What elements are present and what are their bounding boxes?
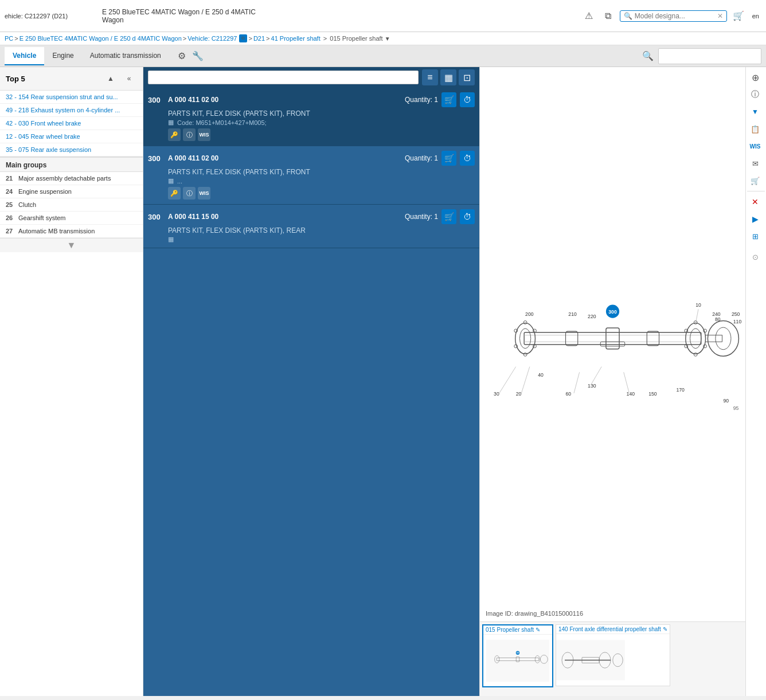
doc-icon[interactable]: 📋 [747, 121, 763, 137]
parts-list-header: ≡ ▦ ⊡ [143, 67, 479, 88]
part-code-text-2: ... [177, 178, 182, 185]
part-pos-2: 300 [148, 154, 168, 163]
part-cart-btn-3[interactable]: 🛒 [441, 209, 456, 224]
bc-model[interactable]: E 250 BlueTEC 4MATIC Wagon / E 250 d 4MA… [19, 35, 182, 42]
tab-icon-1[interactable]: ⚙ [174, 48, 190, 64]
copy-icon[interactable]: ⧉ [600, 8, 616, 24]
part-clock-btn-1[interactable]: ⏱ [460, 92, 475, 107]
part-pos-3: 300 [148, 213, 168, 221]
propeller-shaft-diagram: 300 30 20 40 60 130 140 150 170 200 210 … [480, 253, 745, 436]
inline-search-input[interactable] [658, 48, 761, 64]
breadcrumb: PC > E 250 BlueTEC 4MATIC Wagon / E 250 … [0, 32, 766, 45]
part-cart-btn-1[interactable]: 🛒 [441, 92, 456, 107]
expand-blue-icon[interactable]: ▶ [747, 211, 763, 227]
main-groups-label: Main groups [0, 157, 143, 172]
part-detail-icon-1[interactable]: ⓘ [183, 128, 196, 141]
bc-sep2: > [183, 35, 186, 42]
clear-search-icon[interactable]: ✕ [717, 12, 723, 20]
thumbnail-label-2: 140 Front axle differential propeller sh… [556, 625, 670, 634]
part-detail-icon-2[interactable]: ⓘ [183, 187, 196, 200]
wis-icon[interactable]: WIS [747, 138, 763, 154]
zoom-in-icon[interactable]: ⊕ [747, 69, 763, 85]
cart-header-icon[interactable]: 🛒 [730, 8, 747, 24]
group-item-21[interactable]: 21 Major assembly detachable parts [0, 172, 143, 185]
bc-dropdown-icon[interactable]: ▼ [385, 36, 390, 42]
warning-icon[interactable]: ⚠ [581, 8, 597, 24]
top5-section: Top 5 ▲ « 32 - 154 Rear suspension strut… [0, 67, 143, 157]
cart-diagram-icon[interactable]: 🛒 [747, 173, 763, 189]
part-wis-icon-2[interactable]: WIS [198, 187, 210, 200]
group-item-24[interactable]: 24 Engine suspension [0, 185, 143, 198]
group-num-26: 26 [6, 214, 18, 221]
part-info-icon-2[interactable]: 🔑 [168, 187, 181, 200]
top5-item-5[interactable]: 35 - 075 Rear axle suspension [0, 143, 143, 157]
thumbnail-img-1[interactable]: 300 [483, 635, 552, 686]
part-table-icon-3: ▦ [168, 236, 174, 243]
part-item-1[interactable]: 300 A 000 411 02 00 Quantity: 1 🛒 ⏱ PART… [143, 88, 479, 146]
zoom-circle-icon[interactable]: ⊙ [747, 249, 763, 265]
part-item-3[interactable]: 300 A 000 411 15 00 Quantity: 1 🛒 ⏱ PART… [143, 205, 479, 248]
group-num-25: 25 [6, 201, 18, 208]
list-view-icon[interactable]: ≡ [422, 69, 438, 85]
scroll-indicator[interactable]: ▼ [0, 238, 143, 252]
thumbnail-propeller[interactable]: 015 Propeller shaft ✎ 300 [482, 624, 553, 687]
thumbnail-edit-icon-2[interactable]: ✎ [663, 626, 667, 632]
filter-icon[interactable]: ▼ [747, 104, 763, 120]
part-clock-btn-3[interactable]: ⏱ [460, 209, 475, 224]
part-info-icon-1[interactable]: 🔑 [168, 128, 181, 141]
group-num-24: 24 [6, 188, 18, 195]
close-panel-icon[interactable]: ✕ [747, 194, 763, 210]
expand-blue2-icon[interactable]: ⊞ [747, 228, 763, 244]
group-item-27[interactable]: 27 Automatic MB transmission [0, 225, 143, 238]
thumbnail-front-axle[interactable]: 140 Front axle differential propeller sh… [556, 624, 670, 686]
group-label-26: Gearshift system [18, 214, 66, 221]
parts-search-input[interactable] [148, 71, 419, 84]
top5-collapse-icon[interactable]: ▲ [103, 71, 119, 87]
bc-vehicle[interactable]: Vehicle: C212297 [187, 35, 237, 42]
bc-propeller[interactable]: 41 Propeller shaft [271, 35, 321, 42]
part-qty-2: Quantity: 1 [405, 154, 438, 162]
thumbnail-img-2[interactable] [556, 634, 625, 686]
lang-button[interactable]: en [750, 11, 761, 21]
svg-text:95: 95 [733, 405, 739, 410]
bc-sep4: > [266, 35, 269, 42]
diagram-panel: ⊕ ⓘ ▼ 📋 WIS ✉ 🛒 ✕ ▶ ⊞ ⊙ [479, 67, 766, 696]
part-clock-btn-2[interactable]: ⏱ [460, 151, 475, 166]
thumbnail-edit-icon-1[interactable]: ✎ [536, 627, 540, 633]
group-num-21: 21 [6, 175, 18, 182]
part-meta-3: ▦ [168, 236, 475, 243]
tab-icon-2[interactable]: 🔧 [190, 48, 206, 64]
part-code-3: A 000 411 15 00 [168, 213, 405, 221]
expand-view-icon[interactable]: ⊡ [459, 69, 475, 85]
top5-expand-icon[interactable]: « [121, 71, 137, 87]
info-icon[interactable]: ⓘ [747, 87, 763, 103]
bc-pc[interactable]: PC [5, 35, 13, 42]
group-item-25[interactable]: 25 Clutch [0, 198, 143, 212]
part-qty-3: Quantity: 1 [405, 213, 438, 221]
top5-item-2[interactable]: 49 - 218 Exhaust system on 4-cylinder ..… [0, 104, 143, 117]
tab-vehicle[interactable]: Vehicle [5, 47, 44, 65]
top5-item-4[interactable]: 12 - 045 Rear wheel brake [0, 130, 143, 143]
header: ehicle: C212297 (D21) E 250 BlueTEC 4MAT… [0, 0, 766, 32]
group-label-27: Automatic MB transmission [18, 228, 95, 234]
header-icons: ⚠ ⧉ 🔍 ✕ 🛒 en [581, 8, 761, 24]
tab-engine[interactable]: Engine [44, 47, 81, 65]
parts-list: ≡ ▦ ⊡ 300 A 000 411 02 00 Quantity: 1 🛒 … [143, 67, 479, 696]
bc-015[interactable]: 015 Propeller shaft ▼ [330, 35, 390, 42]
bc-015-label: 015 Propeller shaft [330, 35, 382, 42]
group-item-26[interactable]: 26 Gearshift system [0, 212, 143, 225]
top5-item-1[interactable]: 32 - 154 Rear suspension strut and su... [0, 91, 143, 104]
bc-copy-vehicle-icon[interactable]: ⧉ [239, 34, 247, 42]
top5-item-3[interactable]: 42 - 030 Front wheel brake [0, 117, 143, 130]
part-cart-btn-2[interactable]: 🛒 [441, 151, 456, 166]
part-item-2[interactable]: 300 A 000 411 02 00 Quantity: 1 🛒 ⏱ PART… [143, 146, 479, 205]
tab-automatic-transmission[interactable]: Automatic transmission [82, 47, 169, 65]
model-search-input[interactable] [635, 12, 715, 20]
inline-search-icon[interactable]: 🔍 [640, 48, 656, 64]
part-wis-icon-1[interactable]: WIS [198, 128, 210, 141]
part-name-1: PARTS KIT, FLEX DISK (PARTS KIT), FRONT [168, 110, 475, 118]
bc-d21[interactable]: D21 [253, 35, 265, 42]
top5-label: Top 5 [6, 75, 25, 83]
grid-view-icon[interactable]: ▦ [440, 69, 456, 85]
mail-icon[interactable]: ✉ [747, 155, 763, 171]
